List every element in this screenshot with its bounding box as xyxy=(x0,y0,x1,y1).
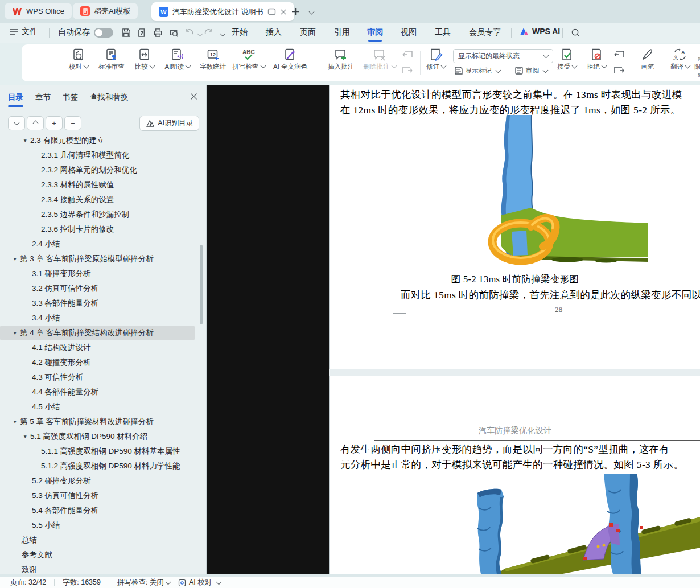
next-change-icon[interactable] xyxy=(613,66,625,75)
menu-item-reference[interactable]: 引用 xyxy=(334,27,350,38)
toc-item[interactable]: ▼第 5 章 客车前防撞梁材料改进碰撞分析 xyxy=(0,414,200,429)
document-page-1[interactable]: 其相对比于优化设计的模型而言形变较之前集中。在 13ms 时表现出与改进模 在 … xyxy=(329,85,700,369)
menu-item-view[interactable]: 视图 xyxy=(401,27,417,38)
toc-item[interactable]: 5.1.1 高强度双相钢 DP590 材料基本属性 xyxy=(0,444,200,459)
toc-item[interactable]: 2.3.3 材料的属性赋值 xyxy=(0,178,200,192)
tab-docer-ai[interactable]: 稻壳AI模板 xyxy=(73,3,138,19)
toc-item[interactable]: 3.2 仿真可信性分析 xyxy=(0,281,200,296)
new-tab-icon[interactable] xyxy=(291,7,300,16)
redo-icon[interactable] xyxy=(204,28,213,37)
toc-item[interactable]: 5.2 碰撞变形分析 xyxy=(0,474,200,488)
toc-item[interactable]: 总结 xyxy=(0,533,200,548)
toc-item[interactable]: 4.2 碰撞变形分析 xyxy=(0,355,200,370)
restrict-edit-button[interactable]: 限制编辑 xyxy=(692,44,700,71)
sidebar-tab-chapters[interactable]: 章节 xyxy=(35,92,51,102)
toc-item[interactable]: 4.1 结构改进设计 xyxy=(0,340,200,355)
toc-item[interactable]: 2.4 小结 xyxy=(0,237,200,252)
collapse-arrow-icon[interactable]: ▼ xyxy=(23,138,30,143)
review-pane-button[interactable]: 审阅 xyxy=(514,66,547,75)
spell-check-status[interactable]: 拼写检查: 关闭 xyxy=(117,578,170,587)
previous-change-icon[interactable] xyxy=(613,50,625,59)
toc-item[interactable]: 2.3.4 接触关系的设置 xyxy=(0,192,200,207)
toc-item[interactable]: 2.3.1 几何清理和模型简化 xyxy=(0,148,200,163)
tab-document-active[interactable]: W 汽车防撞梁优化设计 说明书 xyxy=(151,2,294,21)
menu-item-start[interactable]: 开始 xyxy=(232,27,248,38)
sidebar-tab-find-replace[interactable]: 查找和替换 xyxy=(90,92,129,102)
page-indicator[interactable]: 页面: 32/42 xyxy=(10,578,46,587)
tab-wps-office[interactable]: WPS Office xyxy=(5,3,72,19)
track-changes-button[interactable]: 修订 xyxy=(423,44,448,71)
toc-item[interactable]: 2.3.6 控制卡片的修改 xyxy=(0,222,200,237)
toc-item[interactable]: 2.3.2 网格单元的划分和优化 xyxy=(0,163,200,178)
toc-item[interactable]: 4.4 各部件能量分析 xyxy=(0,385,200,400)
collapse-arrow-icon[interactable]: ▼ xyxy=(23,434,30,439)
autosave-toggle[interactable] xyxy=(94,28,113,38)
menu-item-review[interactable]: 审阅 xyxy=(367,27,383,38)
close-sidebar-icon[interactable] xyxy=(190,93,197,100)
undo-icon[interactable] xyxy=(185,28,194,37)
zoom-out-outline-button[interactable]: − xyxy=(64,116,81,130)
word-count-button[interactable]: 12 字数统计 xyxy=(198,44,228,71)
wps-ai-button[interactable]: WPS AI xyxy=(519,27,560,36)
print-preview-icon[interactable] xyxy=(169,28,179,38)
previous-comment-icon[interactable] xyxy=(402,50,413,59)
tab-list-chevron-icon[interactable] xyxy=(309,9,315,15)
toc-item[interactable]: 5.3 仿真可信性分析 xyxy=(0,488,200,503)
undo-chevron-icon[interactable] xyxy=(197,31,203,37)
zoom-in-outline-button[interactable]: + xyxy=(46,116,63,130)
ai-recognize-toc-button[interactable]: AI识别目录 xyxy=(139,116,199,131)
collapse-up-button[interactable] xyxy=(27,116,44,130)
export-pdf-icon[interactable] xyxy=(137,28,147,38)
quick-access-chevron-icon[interactable] xyxy=(220,31,226,37)
next-comment-icon[interactable] xyxy=(402,66,413,75)
collapse-arrow-icon[interactable]: ▼ xyxy=(13,419,20,425)
accept-button[interactable]: 接受 xyxy=(554,44,579,71)
menu-item-insert[interactable]: 插入 xyxy=(266,27,282,38)
search-icon[interactable] xyxy=(571,28,580,38)
menu-item-member[interactable]: 会员专享 xyxy=(469,27,501,38)
print-icon[interactable] xyxy=(153,28,163,38)
toc-item[interactable]: 2.3.5 边界条件和沙漏控制 xyxy=(0,207,200,222)
save-icon[interactable] xyxy=(121,28,131,38)
toc-item[interactable]: 3.3 各部件能量分析 xyxy=(0,296,200,311)
close-tab-icon[interactable] xyxy=(280,9,287,15)
toc-item[interactable]: ▼5.1 高强度双相钢 DP590 材料介绍 xyxy=(0,429,200,444)
toc-item[interactable]: ▼2.3 有限元模型的建立 xyxy=(0,137,200,148)
brush-button[interactable]: 画笔 xyxy=(636,44,659,71)
markup-state-select[interactable]: 显示标记的最终状态 xyxy=(453,49,553,63)
toc-item-selected[interactable]: ▼第 4 章 客车前防撞梁结构改进碰撞分析 xyxy=(0,326,195,340)
toc-item[interactable]: 参考文献 xyxy=(0,548,200,562)
ai-polish-button[interactable]: AI 全文润色 xyxy=(267,44,313,71)
toc-item[interactable]: 3.4 小结 xyxy=(0,311,200,326)
toc-item[interactable]: 4.3 可信性分析 xyxy=(0,370,200,385)
translate-button[interactable]: 文A 翻译 xyxy=(667,44,693,71)
reject-button[interactable]: 拒绝 xyxy=(584,44,609,71)
proof-button[interactable]: 校对 xyxy=(66,44,91,71)
collapse-arrow-icon[interactable]: ▼ xyxy=(13,330,20,336)
ai-proof-button[interactable]: AI 校对 xyxy=(178,578,221,587)
file-menu[interactable]: 文件 xyxy=(9,27,38,37)
show-markup-button[interactable]: 显示标记 xyxy=(454,66,500,75)
insert-comment-button[interactable]: 插入批注 xyxy=(324,44,357,71)
compare-button[interactable]: 比较 xyxy=(132,44,157,71)
comment-indicator-icon[interactable] xyxy=(267,8,276,15)
toc-item[interactable]: ▼第 3 章 客车前防撞梁原始模型碰撞分析 xyxy=(0,252,200,266)
toc-item[interactable]: 5.5 小结 xyxy=(0,518,200,533)
delete-comment-button[interactable]: 删除批注 xyxy=(361,44,398,71)
standard-review-button[interactable]: 标准审查 xyxy=(96,44,127,71)
word-count-indicator[interactable]: 字数: 16359 xyxy=(63,578,101,587)
toc-item[interactable]: 3.1 碰撞变形分析 xyxy=(0,266,200,281)
menu-item-tools[interactable]: 工具 xyxy=(435,27,451,38)
toc-item[interactable]: 致谢 xyxy=(0,562,200,574)
sidebar-tab-contents[interactable]: 目录 xyxy=(8,92,23,102)
sidebar-scrollbar-thumb[interactable] xyxy=(200,245,203,324)
collapse-arrow-icon[interactable]: ▼ xyxy=(13,256,20,262)
toc-item[interactable]: 4.5 小结 xyxy=(0,400,200,414)
spell-check-button[interactable]: ABC 拼写检查 xyxy=(232,44,265,71)
sidebar-tab-bookmarks[interactable]: 书签 xyxy=(63,92,78,102)
document-page-2[interactable]: 汽车防撞梁优化设计 有发生两侧向中间挤压变形的趋势，而是以同一方向的“S”型扭曲… xyxy=(329,376,700,574)
expand-down-button[interactable] xyxy=(8,116,25,130)
menu-item-page[interactable]: 页面 xyxy=(300,27,316,38)
toc-item[interactable]: 5.1.2 高强度双相钢 DP590 材料力学性能 xyxy=(0,459,200,474)
ai-read-button[interactable]: AI朗读 xyxy=(162,44,193,71)
